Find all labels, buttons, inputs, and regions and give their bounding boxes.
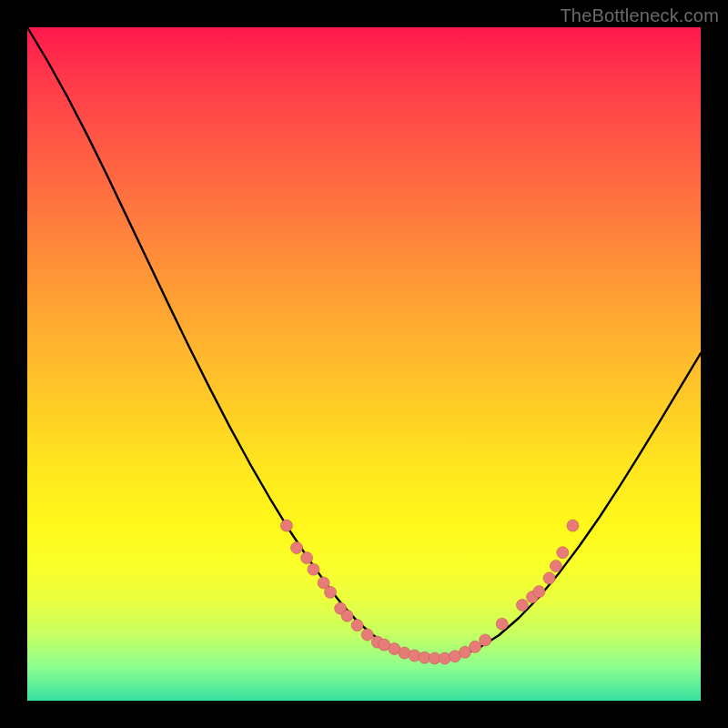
- data-marker: [341, 610, 353, 622]
- curve-markers: [280, 520, 579, 664]
- data-marker: [409, 650, 420, 662]
- data-marker: [550, 561, 561, 572]
- bottleneck-curve: [27, 27, 701, 659]
- data-marker: [480, 634, 491, 646]
- data-marker: [351, 620, 363, 632]
- data-marker: [308, 563, 319, 575]
- data-marker: [543, 572, 555, 584]
- data-marker: [280, 520, 292, 531]
- chart-frame: TheBottleneck.com: [0, 0, 728, 728]
- chart-svg: [27, 27, 701, 701]
- watermark-text: TheBottleneck.com: [560, 5, 719, 26]
- data-marker: [361, 629, 373, 641]
- data-marker: [325, 586, 337, 598]
- plot-area: [27, 27, 701, 701]
- data-marker: [557, 547, 569, 559]
- data-marker: [496, 618, 508, 630]
- data-marker: [516, 599, 528, 611]
- data-marker: [470, 641, 481, 652]
- data-marker: [533, 586, 545, 598]
- data-marker: [567, 520, 579, 531]
- data-marker: [291, 542, 303, 554]
- data-marker: [439, 652, 450, 664]
- data-marker: [301, 552, 313, 564]
